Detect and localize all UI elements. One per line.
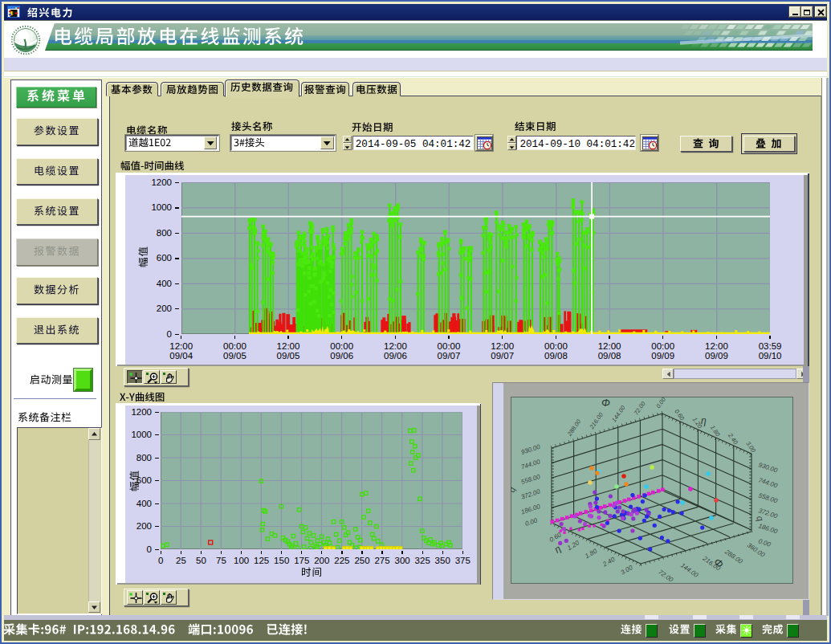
svg-text:558.00: 558.00 — [757, 491, 779, 504]
svg-text:3.00: 3.00 — [744, 440, 757, 454]
svg-text:186.00: 186.00 — [520, 503, 542, 516]
svg-text:1.80: 1.80 — [709, 424, 722, 438]
svg-text:0.00: 0.00 — [757, 537, 772, 548]
svg-text:186.00: 186.00 — [757, 522, 779, 535]
svg-text:η: η — [701, 415, 707, 426]
svg-text:2.40: 2.40 — [601, 556, 616, 569]
svg-text:216.00: 216.00 — [588, 410, 605, 430]
svg-text:744.00: 744.00 — [520, 458, 542, 471]
svg-text:Φ: Φ — [601, 397, 610, 409]
svg-text:372.00: 372.00 — [520, 487, 542, 500]
svg-text:144.00: 144.00 — [679, 561, 700, 579]
svg-text:558.00: 558.00 — [520, 473, 542, 486]
svg-text:q: q — [511, 485, 517, 494]
svg-text:72.00: 72.00 — [657, 569, 674, 584]
svg-text:0.00: 0.00 — [524, 516, 539, 528]
svg-text:930.00: 930.00 — [757, 461, 779, 474]
svg-text:72.00: 72.00 — [633, 400, 648, 417]
svg-text:2.40: 2.40 — [726, 431, 739, 446]
svg-text:0.60: 0.60 — [673, 408, 686, 422]
svg-text:1.80: 1.80 — [584, 547, 598, 560]
svg-text:288.00: 288.00 — [565, 418, 583, 438]
svg-text:0.00: 0.00 — [654, 397, 667, 410]
svg-text:3.00: 3.00 — [620, 564, 634, 577]
svg-text:288.00: 288.00 — [723, 548, 743, 565]
svg-text:144.00: 144.00 — [610, 404, 627, 424]
svg-text:744.00: 744.00 — [757, 476, 779, 489]
svg-text:930.00: 930.00 — [520, 443, 542, 456]
